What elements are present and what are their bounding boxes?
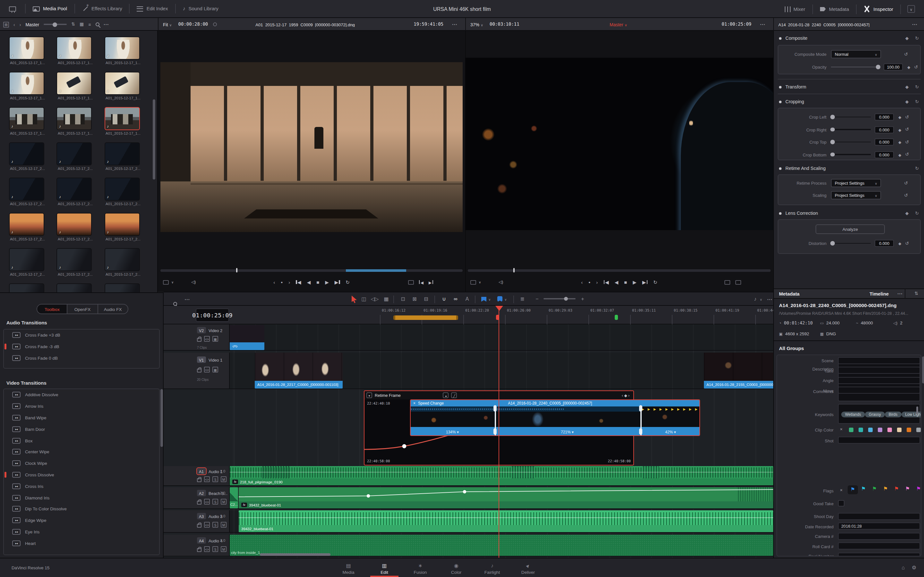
zoom-out-icon[interactable]: −: [533, 295, 541, 303]
transition-item[interactable]: ▸◂ Edge Wipe: [4, 515, 159, 526]
speed-handle[interactable]: [639, 428, 642, 435]
speed-handle[interactable]: [639, 405, 642, 412]
reset-icon[interactable]: ↻: [915, 85, 919, 90]
keyword-pill[interactable]: Grassy: [865, 411, 885, 417]
field-input[interactable]: [838, 377, 920, 384]
clear-flags-icon[interactable]: ×: [840, 488, 843, 492]
clip-a1[interactable]: fx218_full_pilgrimage_0190: [230, 466, 773, 485]
media-clip[interactable]: ♪ A01_2015-12-17_2...: [57, 142, 92, 171]
color-swatch[interactable]: [907, 428, 911, 432]
tab-openfx[interactable]: OpenFX: [67, 305, 98, 314]
effects-scrollbar[interactable]: [160, 389, 163, 447]
page-edit[interactable]: ▥Edit: [367, 560, 402, 577]
clip-a4[interactable]: city from inside_1: [230, 535, 773, 556]
retime-setting-select[interactable]: Project Settings∨: [831, 179, 881, 187]
track-header-a2[interactable]: A2 Beach S... 2.0 <>SM: [164, 487, 230, 509]
volume-automation[interactable]: [239, 487, 773, 501]
jog-icon[interactable]: ●: [588, 280, 590, 284]
media-clip[interactable]: ♪ A01_2015-12-17_2...: [57, 177, 92, 206]
retime-setting-select[interactable]: Project Settings∨: [831, 191, 881, 199]
color-swatch[interactable]: [878, 428, 882, 432]
track-lane-v2[interactable]: ↺↻: [230, 324, 773, 351]
loop-button[interactable]: ↻: [653, 279, 657, 285]
jog-reverse-icon[interactable]: ‹: [581, 279, 583, 285]
enable-track-icon[interactable]: ▦: [212, 367, 218, 372]
keyframe-icon[interactable]: ◆: [905, 36, 909, 41]
track-lane-v1[interactable]: A14_2016-01-28_2217_C0000_[000000-001103…: [230, 353, 773, 389]
program-duration[interactable]: 00:03:10:11: [489, 22, 519, 27]
keyframe-icon[interactable]: ◆: [907, 65, 910, 69]
media-clip[interactable]: ♪: [57, 284, 92, 292]
tab-sound-library[interactable]: ♪Sound Library: [176, 0, 225, 17]
opacity-value[interactable]: 100.00: [884, 63, 903, 71]
reset-icon[interactable]: ↺: [905, 152, 909, 157]
playhead[interactable]: [499, 306, 499, 558]
track-header-v1[interactable]: V1 Video 1 <>▦ 20 Clips: [164, 353, 230, 389]
in-point-icon[interactable]: ◀: [419, 280, 423, 284]
keyframe-icon[interactable]: ◆: [898, 140, 901, 144]
reset-icon[interactable]: ↺: [905, 139, 909, 145]
snapping-button[interactable]: ∪: [439, 295, 449, 303]
timeline-options-icon[interactable]: •••: [185, 298, 190, 301]
auto-select-icon[interactable]: <>: [204, 546, 210, 552]
keyword-pill[interactable]: Birds: [885, 411, 901, 417]
flag-icon[interactable]: ⚑: [872, 487, 877, 492]
track-lane-a2[interactable]: C2... fx39432_bluebeat-01: [230, 487, 773, 509]
curve-slope-icon[interactable]: ╱: [451, 392, 457, 398]
stop-button[interactable]: ■: [317, 279, 319, 285]
transition-item[interactable]: ▸◂ Cross Dissolve: [4, 469, 159, 480]
keyframe-icon[interactable]: ◆: [898, 127, 901, 132]
flag-icon[interactable]: ⚑: [905, 487, 909, 492]
crop-slider[interactable]: [831, 116, 871, 117]
transition-item[interactable]: ▸◂ Barn Door: [4, 424, 159, 435]
program-timecode[interactable]: 01:00:25:09: [722, 22, 751, 27]
inspector-options-icon[interactable]: •••: [912, 23, 918, 26]
v2-clip[interactable]: ↺↻: [230, 325, 264, 350]
tab-media-pool[interactable]: Media Pool: [26, 0, 74, 17]
lock-icon[interactable]: [197, 501, 202, 504]
field-input[interactable]: [838, 513, 920, 520]
timeline-hscrollbar[interactable]: [260, 553, 330, 556]
match-frame-icon[interactable]: [408, 280, 414, 284]
play-button[interactable]: ▶: [325, 279, 329, 285]
source-scrub-bar[interactable]: [160, 269, 463, 271]
page-fairlight[interactable]: ♪Fairlight: [474, 560, 510, 577]
media-clip[interactable]: ♪ A01_2015-12-17_1...: [57, 107, 92, 135]
keyframe-icon[interactable]: ◆: [898, 241, 901, 245]
fullscreen-icon[interactable]: [735, 280, 741, 284]
reset-icon[interactable]: ↻: [915, 36, 919, 41]
reset-icon[interactable]: ↺: [904, 193, 908, 198]
transition-item[interactable]: ▸◂ Cross Fade 0 dB: [4, 352, 159, 364]
out-point-icon[interactable]: ▶: [429, 280, 433, 284]
timeline-search-icon[interactable]: [173, 302, 177, 306]
color-swatch[interactable]: [916, 428, 921, 432]
track-header-a3[interactable]: A3 Audio 3 2.0 <>SM: [164, 510, 230, 533]
reset-icon[interactable]: ↺: [904, 52, 908, 57]
thumb-size-slider[interactable]: [44, 24, 67, 25]
flag-icon[interactable]: ⚑: [861, 487, 866, 492]
audio-monitor-dropdown-icon[interactable]: ∨: [758, 295, 764, 303]
reset-icon[interactable]: ↺: [905, 114, 909, 119]
go-to-first-frame-button[interactable]: ◀: [296, 279, 301, 285]
linked-selection-button[interactable]: ∞: [451, 295, 460, 303]
go-to-last-frame-button[interactable]: ▶: [334, 279, 340, 285]
track-header-a1[interactable]: A1 Audio 1 2.0 <>SM: [164, 466, 230, 486]
lock-icon[interactable]: [197, 338, 202, 342]
auto-select-icon[interactable]: <>: [204, 499, 210, 504]
project-manager-icon[interactable]: ⌂: [901, 565, 905, 571]
keyframe-nav-icons[interactable]: ‹ ◆ ›: [622, 393, 630, 398]
clip-v1-a[interactable]: A14_2016-01-28_2217_C0000_[000000-001103…: [255, 353, 342, 388]
page-color[interactable]: ◉Color: [438, 560, 474, 577]
solo-icon[interactable]: S: [212, 476, 218, 482]
transition-item[interactable]: ▸◂ Cross Fade -3 dB: [4, 341, 159, 353]
settings-gear-icon[interactable]: ⚙: [912, 565, 916, 571]
tab-metadata[interactable]: Metadata: [813, 0, 856, 18]
track-badge[interactable]: V2: [197, 327, 206, 334]
program-audio-icon[interactable]: ◁): [499, 279, 503, 285]
source-clip-name[interactable]: A01_2015-12-17_1959_C0009_[000000-003072…: [228, 22, 382, 27]
auto-select-icon[interactable]: <>: [204, 336, 210, 342]
media-pool-options-icon[interactable]: •••: [103, 23, 109, 26]
solo-icon[interactable]: S: [212, 546, 218, 552]
clip-a2[interactable]: fx39432_bluebeat-01: [239, 487, 773, 508]
jog-reverse-icon[interactable]: ‹: [273, 279, 275, 285]
